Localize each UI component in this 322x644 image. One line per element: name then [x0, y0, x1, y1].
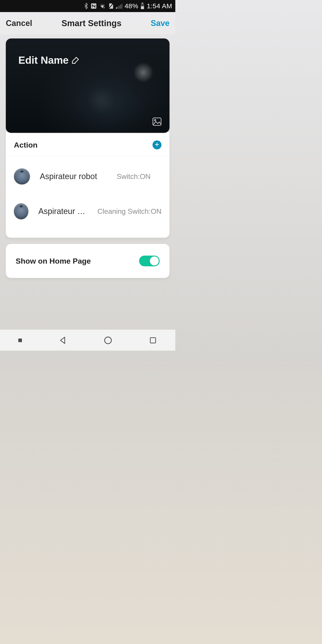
nfc-icon	[90, 3, 97, 9]
signal-icon	[116, 3, 122, 9]
pencil-icon	[71, 56, 80, 64]
svg-rect-9	[142, 3, 143, 3]
action-item[interactable]: Aspirateur robot Switch:ON	[14, 156, 162, 196]
plus-icon	[154, 142, 160, 148]
save-button[interactable]: Save	[151, 18, 170, 28]
svg-rect-17	[18, 338, 22, 342]
cancel-button[interactable]: Cancel	[6, 18, 32, 28]
hero-image: Edit Name	[6, 38, 170, 133]
change-image-button[interactable]	[152, 117, 162, 127]
svg-rect-6	[119, 6, 120, 9]
show-on-home-card: Show on Home Page	[6, 244, 170, 278]
svg-rect-8	[122, 4, 122, 9]
action-item-name: Aspirateur robot	[40, 172, 107, 181]
system-nav-bar	[0, 330, 175, 350]
show-on-home-toggle[interactable]	[139, 256, 160, 266]
svg-rect-2	[104, 7, 104, 8]
clock: 1:54 AM	[147, 2, 172, 10]
nav-recents-button[interactable]	[149, 336, 157, 344]
no-sim-icon	[108, 3, 114, 9]
battery-percent: 48%	[124, 2, 138, 10]
battery-icon	[140, 3, 144, 10]
edit-name-button[interactable]: Edit Name	[18, 54, 80, 66]
nav-back-button[interactable]	[58, 336, 67, 344]
bluetooth-icon	[84, 3, 88, 10]
svg-rect-19	[150, 338, 156, 343]
show-on-home-label: Show on Home Page	[16, 257, 91, 266]
toggle-thumb	[150, 256, 159, 266]
image-icon	[152, 123, 162, 127]
action-card: Action Aspirateur robot Switch:ON Aspira…	[6, 132, 170, 238]
nav-home-button[interactable]	[104, 336, 112, 345]
wifi-icon	[99, 3, 106, 9]
svg-rect-11	[141, 6, 144, 9]
svg-rect-7	[120, 5, 121, 9]
action-item[interactable]: Aspirateur ro… Cleaning Switch:ON	[14, 196, 162, 232]
svg-rect-4	[116, 8, 117, 9]
svg-rect-13	[153, 118, 161, 125]
add-action-button[interactable]	[152, 140, 162, 149]
svg-point-18	[105, 337, 111, 344]
action-item-state: Switch:ON	[117, 172, 150, 181]
status-bar: 48% 1:54 AM	[0, 0, 175, 12]
action-item-name: Aspirateur ro…	[38, 206, 88, 216]
app-header: Cancel Smart Settings Save	[0, 12, 175, 34]
action-item-state: Cleaning Switch:ON	[98, 207, 162, 216]
svg-rect-5	[118, 6, 118, 9]
nav-notification-icon[interactable]	[18, 338, 22, 342]
svg-point-14	[154, 120, 156, 121]
scene-name: Edit Name	[18, 54, 69, 66]
robot-vacuum-icon	[14, 168, 30, 184]
page-title: Smart Settings	[62, 18, 122, 28]
robot-vacuum-icon	[14, 203, 28, 219]
action-heading: Action	[14, 141, 38, 149]
